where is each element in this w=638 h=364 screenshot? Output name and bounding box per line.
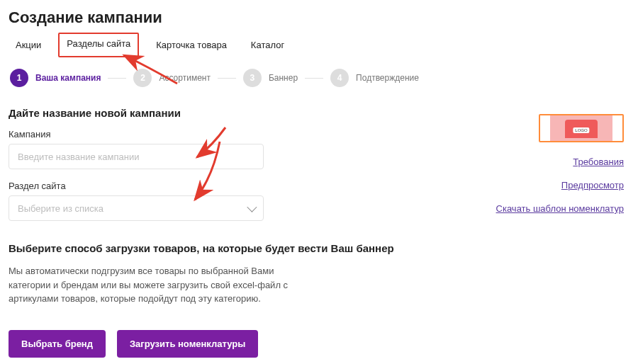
stepper: 1 Ваша кампания 2 Ассортимент 3 Баннер 4…: [9, 69, 624, 87]
tab-catalog[interactable]: Каталог: [248, 37, 287, 53]
site-section-select[interactable]: Выберите из списка: [9, 195, 264, 221]
tab-promotions[interactable]: Акции: [13, 37, 44, 53]
step-3-label: Баннер: [269, 73, 298, 83]
campaign-name-input[interactable]: [9, 144, 264, 169]
campaign-field-label: Кампания: [9, 129, 405, 140]
step-4[interactable]: 4 Подтверждение: [330, 69, 419, 87]
page-title: Создание кампании: [9, 8, 624, 27]
step-2[interactable]: 2 Ассортимент: [133, 69, 210, 87]
chevron-down-icon: [247, 203, 257, 212]
tab-site-sections[interactable]: Разделы сайта: [58, 33, 139, 57]
campaign-name-heading: Дайте название новой кампании: [9, 107, 405, 119]
step-3-number: 3: [243, 69, 262, 87]
step-1-number: 1: [10, 69, 28, 87]
tab-product-card[interactable]: Карточка товара: [153, 37, 230, 53]
step-separator: [218, 78, 236, 79]
step-separator: [305, 78, 323, 79]
preview-link[interactable]: Предпросмотр: [411, 180, 624, 190]
choose-brand-button[interactable]: Выбрать бренд: [9, 330, 106, 358]
step-4-label: Подтверждение: [356, 73, 419, 83]
step-separator: [108, 78, 126, 79]
banner-preview-thumbnail[interactable]: LOGO: [539, 114, 624, 142]
step-1-label: Ваша кампания: [35, 73, 101, 83]
download-template-link[interactable]: Скачать шаблон номенклатур: [411, 203, 624, 214]
step-2-label: Ассортимент: [159, 73, 210, 83]
section-field-label: Раздел сайта: [9, 181, 405, 191]
step-1[interactable]: 1 Ваша кампания: [10, 69, 101, 87]
site-section-placeholder: Выберите из списка: [18, 203, 103, 214]
requirements-link[interactable]: Требования: [411, 157, 624, 167]
step-4-number: 4: [330, 69, 349, 87]
step-3[interactable]: 3 Баннер: [243, 69, 298, 87]
tabs: Акции Разделы сайта Карточка товара Ката…: [9, 37, 624, 53]
upload-helper-text: Мы автоматически подгрузим все товары по…: [9, 264, 313, 306]
banner-preview-label: LOGO: [573, 127, 589, 133]
step-2-number: 2: [133, 69, 152, 87]
upload-nomenclature-button[interactable]: Загрузить номенклатуры: [117, 330, 258, 358]
upload-method-heading: Выберите способ загрузки товаров, на кот…: [9, 242, 405, 254]
